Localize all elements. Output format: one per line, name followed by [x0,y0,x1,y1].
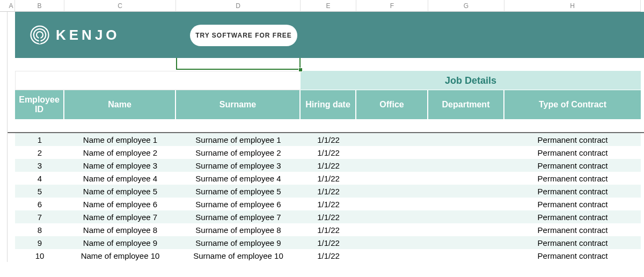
cell-surname[interactable]: Surname of employee 9 [176,236,301,249]
cell-type-of-contract[interactable]: Permanent contract [504,223,641,236]
cell-surname[interactable]: Surname of employee 6 [176,198,301,210]
cell-hiring-date[interactable]: 1/1/22 [301,159,356,172]
cell-type-of-contract[interactable]: Permanent contract [504,236,641,249]
header-name[interactable]: Name [64,90,176,119]
cell-hiring-date[interactable]: 1/1/22 [301,172,356,185]
table-row[interactable]: 2Name of employee 2Surname of employee 2… [0,146,644,159]
cell-name[interactable]: Name of employee 5 [64,185,176,198]
cell-name[interactable]: Name of employee 2 [64,146,176,159]
cell-name[interactable]: Name of employee 3 [64,159,176,172]
col-header-E[interactable]: E [301,0,356,12]
table-row[interactable]: 8Name of employee 8Surname of employee 8… [0,223,644,236]
cell-surname[interactable]: Surname of employee 8 [176,223,301,236]
header-hiring-date[interactable]: Hiring date [301,90,356,119]
cell-office[interactable] [356,249,428,262]
cell-department[interactable] [428,249,504,262]
cell-employee-id[interactable]: 8 [15,223,64,236]
cell-office[interactable] [356,133,428,146]
cell-office[interactable] [356,223,428,236]
section-job-details[interactable]: Job Details [301,71,641,90]
cell-type-of-contract[interactable]: Permanent contract [504,172,641,185]
cell-office[interactable] [356,146,428,159]
cell-name[interactable]: Name of employee 6 [64,198,176,210]
cell-hiring-date[interactable]: 1/1/22 [301,185,356,198]
cell-department[interactable] [428,172,504,185]
cell-type-of-contract[interactable]: Permanent contract [504,198,641,210]
header-type-of-contract[interactable]: Type of Contract [504,90,641,119]
cell-hiring-date[interactable]: 1/1/22 [301,236,356,249]
col-header-B[interactable]: B [15,0,64,12]
spreadsheet[interactable]: A B C D E F G H [0,0,644,262]
cell-employee-id[interactable]: 4 [15,172,64,185]
table-row[interactable]: 1Name of employee 1Surname of employee 1… [0,133,644,146]
cell-surname[interactable]: Surname of employee 2 [176,146,301,159]
cell-surname[interactable]: Surname of employee 10 [176,249,301,262]
cell-type-of-contract[interactable]: Permanent contract [504,133,641,146]
cell-name[interactable]: Name of employee 10 [64,249,176,262]
cell-department[interactable] [428,198,504,210]
cell-department[interactable] [428,223,504,236]
cell-surname[interactable]: Surname of employee 4 [176,172,301,185]
cell-office[interactable] [356,210,428,223]
col-header-H[interactable]: H [504,0,641,12]
cell-hiring-date[interactable]: 1/1/22 [301,210,356,223]
cell-name[interactable]: Name of employee 1 [64,133,176,146]
cell-department[interactable] [428,133,504,146]
cell-employee-id[interactable]: 5 [15,185,64,198]
cell-department[interactable] [428,146,504,159]
cell-name[interactable]: Name of employee 8 [64,223,176,236]
try-free-button[interactable]: TRY SOFTWARE FOR FREE [190,25,297,46]
cell-employee-id[interactable]: 3 [15,159,64,172]
cell-surname[interactable]: Surname of employee 1 [176,133,301,146]
cell-name[interactable]: Name of employee 9 [64,236,176,249]
col-header-C[interactable]: C [64,0,176,12]
cell-hiring-date[interactable]: 1/1/22 [301,198,356,210]
cell-surname[interactable]: Surname of employee 3 [176,159,301,172]
cell-employee-id[interactable]: 2 [15,146,64,159]
table-row[interactable]: 3Name of employee 3Surname of employee 3… [0,159,644,172]
col-header-F[interactable]: F [356,0,428,12]
table-row[interactable]: 6Name of employee 6Surname of employee 6… [0,198,644,210]
table-row[interactable]: 4Name of employee 4Surname of employee 4… [0,172,644,185]
cell-department[interactable] [428,159,504,172]
cell-employee-id[interactable]: 1 [15,133,64,146]
cell-hiring-date[interactable]: 1/1/22 [301,249,356,262]
section-left-blank[interactable] [15,71,301,90]
cell-type-of-contract[interactable]: Permanent contract [504,249,641,262]
header-surname[interactable]: Surname [176,90,301,119]
cell-hiring-date[interactable]: 1/1/22 [301,223,356,236]
table-row[interactable]: 10Name of employee 10Surname of employee… [0,249,644,262]
cell-hiring-date[interactable]: 1/1/22 [301,133,356,146]
header-department[interactable]: Department [428,90,504,119]
cell-type-of-contract[interactable]: Permanent contract [504,159,641,172]
cell-employee-id[interactable]: 10 [15,249,64,262]
cell-employee-id[interactable]: 6 [15,198,64,210]
brand-logo: KENJO [30,25,120,45]
cell-office[interactable] [356,236,428,249]
cell-office[interactable] [356,198,428,210]
cell-surname[interactable]: Surname of employee 7 [176,210,301,223]
cell-name[interactable]: Name of employee 7 [64,210,176,223]
cell-office[interactable] [356,185,428,198]
cell-type-of-contract[interactable]: Permanent contract [504,210,641,223]
cell-department[interactable] [428,185,504,198]
col-header-G[interactable]: G [428,0,504,12]
table-row[interactable]: 7Name of employee 7Surname of employee 7… [0,210,644,223]
cell-hiring-date[interactable]: 1/1/22 [301,146,356,159]
cell-type-of-contract[interactable]: Permanent contract [504,146,641,159]
cell-department[interactable] [428,236,504,249]
cell-employee-id[interactable]: 9 [15,236,64,249]
table-row[interactable]: 5Name of employee 5Surname of employee 5… [0,185,644,198]
cell-name[interactable]: Name of employee 4 [64,172,176,185]
col-header-D[interactable]: D [176,0,301,12]
col-header-A[interactable]: A [8,0,15,12]
cell-office[interactable] [356,159,428,172]
cell-type-of-contract[interactable]: Permanent contract [504,185,641,198]
cell-office[interactable] [356,172,428,185]
cell-employee-id[interactable]: 7 [15,210,64,223]
cell-surname[interactable]: Surname of employee 5 [176,185,301,198]
header-employee-id[interactable]: Employee ID [15,90,64,119]
table-row[interactable]: 9Name of employee 9Surname of employee 9… [0,236,644,249]
cell-department[interactable] [428,210,504,223]
header-office[interactable]: Office [356,90,428,119]
